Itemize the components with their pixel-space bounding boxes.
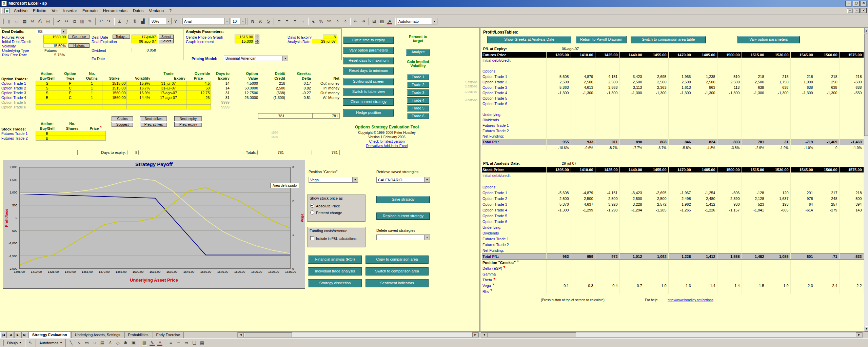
option-trade-cell[interactable]: S — [36, 81, 59, 86]
financial-analysis-button[interactable]: Financial analysis (ROI) — [308, 256, 362, 264]
increase-indent-icon[interactable]: ⇥ — [359, 17, 367, 25]
stock-trade-cell[interactable]: B — [36, 131, 59, 136]
next-expiry-button[interactable]: Next expiry — [174, 116, 202, 121]
option-trade-cell[interactable]: 50 — [186, 86, 211, 90]
toolbar-grip-3[interactable] — [2, 340, 4, 346]
option-trade-cell[interactable]: 17-ago-07 — [151, 95, 186, 100]
merge-center-icon[interactable]: ↔ — [299, 17, 307, 25]
greek-select-combo[interactable]: Vega▼ — [309, 177, 358, 183]
rectangle-icon[interactable]: ▭ — [83, 339, 91, 347]
chevron-down-icon[interactable]: ▼ — [352, 177, 358, 182]
stock-trade-cell[interactable] — [86, 131, 105, 136]
toolbar-grip[interactable] — [1, 8, 3, 14]
chart-wizard-icon[interactable]: ▟ — [139, 17, 147, 25]
paste-icon[interactable]: ▥ — [78, 17, 86, 25]
vertical-scrollbar[interactable]: ▲ ▼ — [864, 28, 868, 331]
payoff-chart[interactable]: Strategy Payoff Profit/loss Vega 2,0001,… — [3, 160, 305, 289]
clear-strategy-button[interactable]: Clear current strategy — [343, 98, 394, 106]
picture-icon[interactable]: ▣ — [130, 339, 137, 347]
chevron-down-icon[interactable]: ▼ — [224, 18, 230, 24]
tab-early-exercise[interactable]: Early Exercise — [153, 332, 184, 338]
chains-button[interactable]: Chains — [112, 116, 133, 121]
prev-sheet-icon[interactable]: ◀ — [7, 332, 14, 338]
help-link[interactable]: http://www.hoadley.net/options — [668, 298, 713, 302]
option-trade-cell[interactable]: 1560.00 — [102, 95, 126, 100]
option-trade-cell[interactable] — [186, 100, 211, 105]
option-trade-cell[interactable] — [151, 105, 186, 109]
option-trade-cell[interactable]: 1 — [82, 90, 102, 95]
workbook-close-button[interactable]: ✕ — [861, 8, 867, 13]
email-icon[interactable]: ✉ — [28, 17, 36, 25]
option-trade-cell[interactable]: 26 — [186, 95, 211, 100]
option-trade-cell[interactable]: 1 — [82, 81, 102, 86]
sentiment-indicators-button[interactable]: Sentiment indicators — [366, 279, 429, 287]
replace-strategy-button[interactable]: Replace current strategy — [376, 212, 430, 220]
stock-trade-cell[interactable] — [59, 136, 86, 141]
menu-help[interactable]: ? — [166, 7, 174, 14]
option-trade-cell[interactable] — [102, 105, 126, 109]
save-strategy-button[interactable]: Save strategy — [376, 196, 430, 203]
reset-days-max-button[interactable]: Reset days to maximum — [343, 57, 394, 64]
calc-trade6-button[interactable]: Trade 6 — [407, 113, 429, 119]
bold-icon[interactable]: N — [249, 17, 257, 25]
minimize-button[interactable]: ─ — [845, 1, 852, 6]
volatility-field[interactable]: 15.50% — [43, 43, 67, 48]
graph-increment-field[interactable]: 15.000 — [235, 39, 254, 43]
centre-price-stepper[interactable]: ▲▼ — [255, 35, 259, 39]
left-pane-hscrollbar[interactable]: ◀ ▶ — [237, 332, 479, 338]
funding-checkbox[interactable]: Include in P&L calculations — [308, 233, 365, 241]
dash-style-icon[interactable]: ┅ — [175, 339, 182, 347]
increase-decimal-icon[interactable]: ⁺0 — [333, 17, 341, 25]
pricing-model-combo[interactable]: Binomial American▼ — [224, 56, 288, 61]
chevron-down-icon[interactable]: ▼ — [282, 56, 288, 61]
chevron-down-icon[interactable]: ▼ — [61, 29, 66, 34]
option-trade-cell[interactable]: 16.7% — [126, 86, 151, 90]
retrieve-strategies-combo[interactable]: CALENDARIO▼ — [376, 177, 430, 183]
tab-underlying-assets-settings[interactable]: Underlying Assets, Settings — [71, 332, 124, 338]
option-trade-cell[interactable]: P — [59, 90, 82, 95]
option-trade-cell[interactable] — [102, 100, 126, 105]
option-trade-cell[interactable]: P — [59, 81, 82, 86]
autoformat-combo[interactable]: Autoformato▼ — [397, 18, 437, 24]
return-payoff-button[interactable]: Return to Payoff Diagram — [576, 36, 627, 43]
get-price-button[interactable]: Get price — [68, 35, 90, 39]
underline-icon[interactable]: S — [264, 17, 272, 25]
hscroll-thumb[interactable] — [244, 332, 292, 337]
workbook-minimize-button[interactable]: ─ — [847, 8, 853, 13]
scroll-right-icon[interactable]: ▶ — [472, 332, 478, 337]
new-document-icon[interactable]: ▯ — [5, 17, 13, 25]
option-trade-cell[interactable] — [36, 105, 59, 109]
line-color-icon[interactable]: ✎ — [148, 339, 156, 347]
print-preview-icon[interactable]: ◎ — [44, 17, 52, 25]
switch-comparison-table-button[interactable]: Switch to comparison area table — [631, 36, 706, 43]
reset-days-min-button[interactable]: Reset days to minimum — [343, 67, 394, 75]
menu-ventana[interactable]: Ventana — [146, 7, 166, 14]
delete-strategies-combo[interactable]: ▼ — [376, 234, 430, 240]
spelling-icon[interactable]: ✔ — [55, 17, 63, 25]
absolute-price-radio[interactable]: Absolute Price — [308, 200, 365, 208]
chevron-down-icon[interactable]: ▼ — [424, 235, 430, 240]
option-trade-cell[interactable]: 14.4% — [126, 95, 151, 100]
calc-trade2-button[interactable]: Trade 2 — [407, 82, 429, 88]
strategy-dissection-button[interactable]: Strategy dissection — [308, 279, 362, 287]
chevron-down-icon[interactable]: ▼ — [240, 18, 245, 24]
sort-icon[interactable]: ⇅ — [131, 17, 139, 25]
option-trade-cell[interactable] — [126, 105, 151, 109]
prev-expiry-button[interactable]: Prev. expiry — [174, 122, 202, 127]
textbox-icon[interactable]: ▤ — [98, 339, 106, 347]
oval-icon[interactable]: ○ — [91, 339, 98, 347]
thousands-icon[interactable]: 000 — [325, 17, 333, 25]
analyze-button[interactable]: Analyze — [406, 49, 430, 56]
print-icon[interactable]: ⎙ — [36, 17, 44, 25]
font-color-icon[interactable]: A — [156, 339, 164, 347]
stock-trade-cell[interactable] — [86, 136, 105, 141]
chevron-down-icon[interactable]: ▼ — [424, 177, 430, 182]
last-sheet-icon[interactable]: ▶| — [21, 332, 28, 338]
option-trade-cell[interactable] — [82, 100, 102, 105]
save-icon[interactable]: ▦ — [21, 17, 28, 25]
days-to-expiry-field[interactable]: 8 — [323, 35, 337, 39]
centre-price-field[interactable]: 1515.00 — [235, 35, 254, 39]
font-size-combo[interactable]: 10▼ — [231, 18, 246, 24]
futures-price-field[interactable]: 1560.00 — [43, 35, 67, 39]
calc-trade5-button[interactable]: Trade 5 — [407, 105, 429, 111]
